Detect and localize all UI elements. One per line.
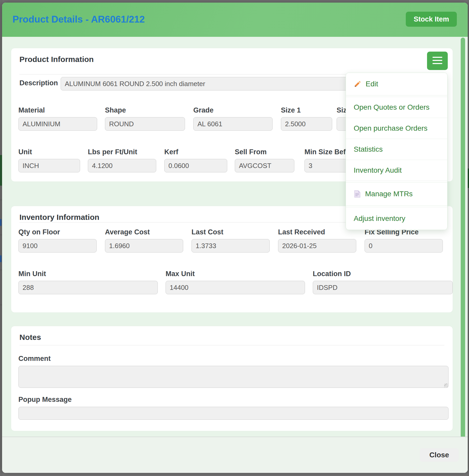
shape-label: Shape [105, 106, 185, 114]
background-link-fragment [0, 255, 2, 262]
material-field: Material [18, 106, 97, 131]
qty-on-floor-field: Qty on Floor [18, 228, 97, 253]
grade-label: Grade [193, 106, 273, 114]
sell-from-field: Sell From [235, 148, 294, 172]
hamburger-icon [432, 57, 442, 64]
modal-title: Product Details - AR6061/212 [12, 14, 145, 25]
menu-item-inventory-audit-label: Inventory Audit [354, 166, 402, 174]
location-id-input[interactable] [313, 281, 453, 294]
comment-textarea[interactable] [18, 366, 449, 388]
last-cost-input[interactable] [191, 239, 270, 253]
kerf-label: Kerf [164, 148, 227, 156]
unit-input[interactable] [18, 159, 80, 172]
average-cost-label: Average Cost [105, 228, 183, 236]
close-button[interactable]: Close [420, 448, 459, 462]
menu-item-open-quotes[interactable]: Open Quotes or Orders [346, 97, 447, 118]
max-unit-label: Max Unit [166, 270, 305, 278]
sell-from-label: Sell From [235, 148, 294, 156]
notes-card: Notes Comment Popup Message [11, 326, 453, 431]
product-details-modal: Product Details - AR6061/212 Stock Item … [2, 3, 468, 473]
last-cost-label: Last Cost [191, 228, 270, 236]
menu-item-statistics[interactable]: Statistics [346, 139, 447, 160]
shape-input[interactable] [105, 117, 185, 131]
description-label: Description [19, 79, 58, 87]
menu-item-adjust-inventory-label: Adjust inventory [354, 214, 405, 223]
menu-item-manage-mtrs[interactable]: Manage MTRs [346, 183, 447, 205]
qty-on-floor-input[interactable] [18, 239, 97, 253]
material-input[interactable] [18, 117, 97, 131]
shape-field: Shape [105, 106, 185, 131]
min-unit-input[interactable] [18, 281, 158, 294]
lbs-per-ft-input[interactable] [88, 159, 156, 172]
modal-scrollbar[interactable] [461, 38, 465, 468]
product-actions-dropdown: Edit Open Quotes or Orders Open purchase… [346, 73, 447, 230]
menu-item-edit-label: Edit [366, 80, 378, 88]
fix-selling-price-input[interactable] [365, 239, 443, 253]
max-unit-input[interactable] [166, 281, 305, 294]
notes-title: Notes [19, 333, 41, 342]
document-icon [354, 190, 361, 198]
menu-item-open-quotes-label: Open Quotes or Orders [354, 103, 430, 111]
pencil-icon [354, 80, 361, 88]
popup-message-label: Popup Message [18, 396, 72, 404]
menu-item-adjust-inventory[interactable]: Adjust inventory [346, 207, 447, 230]
menu-item-edit[interactable]: Edit [346, 73, 447, 95]
min-unit-label: Min Unit [18, 270, 158, 278]
min-unit-field: Min Unit [18, 270, 158, 294]
menu-item-inventory-audit[interactable]: Inventory Audit [346, 160, 447, 181]
menu-item-open-purchase-orders-label: Open purchase Orders [354, 124, 428, 132]
textarea-resize-grip[interactable] [444, 383, 448, 387]
background-link-fragment [0, 219, 2, 226]
sell-from-input[interactable] [235, 159, 294, 172]
stock-item-button[interactable]: Stock Item [406, 12, 457, 27]
section-divider [19, 345, 444, 345]
modal-footer: Close [2, 437, 468, 473]
menu-item-statistics-label: Statistics [354, 145, 383, 153]
lbs-per-ft-label: Lbs per Ft/Unit [88, 148, 156, 156]
location-id-label: Location ID [313, 270, 453, 278]
last-received-input[interactable] [278, 239, 356, 253]
fix-selling-price-field: Fix Selling Price [365, 228, 443, 253]
menu-item-manage-mtrs-label: Manage MTRs [365, 190, 413, 198]
last-cost-field: Last Cost [191, 228, 270, 253]
modal-header: Product Details - AR6061/212 Stock Item [2, 3, 468, 37]
inventory-information-title: Inventory Information [19, 213, 99, 222]
material-label: Material [18, 106, 97, 114]
lbs-per-ft-field: Lbs per Ft/Unit [88, 148, 156, 172]
max-unit-field: Max Unit [166, 270, 305, 294]
grade-input[interactable] [193, 117, 273, 131]
kerf-input[interactable] [164, 159, 227, 172]
last-received-label: Last Received [278, 228, 356, 236]
size1-label: Size 1 [281, 106, 332, 114]
unit-label: Unit [18, 148, 80, 156]
product-actions-menu-button[interactable] [427, 52, 448, 70]
average-cost-field: Average Cost [105, 228, 183, 253]
size1-field: Size 1 [281, 106, 332, 131]
qty-on-floor-label: Qty on Floor [18, 228, 97, 236]
average-cost-input[interactable] [105, 239, 183, 253]
kerf-field: Kerf [164, 148, 227, 172]
last-received-field: Last Received [278, 228, 356, 253]
size1-input[interactable] [281, 117, 332, 131]
location-id-field: Location ID [313, 270, 453, 294]
unit-field: Unit [18, 148, 80, 172]
popup-message-input[interactable] [18, 407, 449, 420]
screen: Product Details - AR6061/212 Stock Item … [0, 0, 469, 476]
menu-item-open-purchase-orders[interactable]: Open purchase Orders [346, 118, 447, 139]
grade-field: Grade [193, 106, 273, 131]
comment-label: Comment [18, 355, 51, 363]
product-information-title: Product Information [19, 55, 94, 64]
